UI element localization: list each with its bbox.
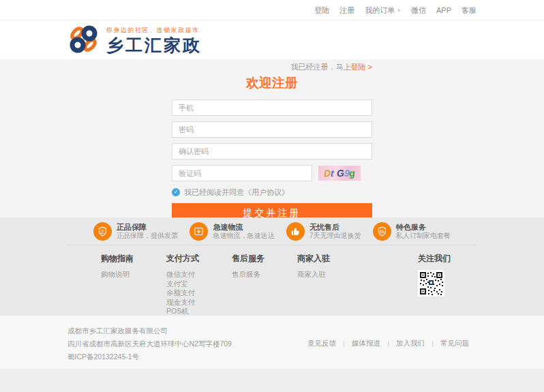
footer-col-shopping-guide: 购物指南 购物说明 [101, 253, 166, 316]
topbar-link-service[interactable]: 客服 [462, 5, 477, 16]
topbar-link-register[interactable]: 注册 [339, 5, 354, 16]
feature-aftersale: 无忧售后 7天无理由退换货 [286, 222, 361, 241]
footer-col-aftersale: 售后服务 售后服务 [232, 253, 297, 316]
bottom-strip [0, 369, 544, 392]
feature-logistics: 急速物流 急速物流，急速送达 [190, 222, 274, 241]
feature-subtitle: 正品保障，提供发票 [117, 232, 178, 240]
topbar-link-login[interactable]: 登陆 [314, 5, 329, 16]
footer-link[interactable]: 余额支付 [166, 288, 232, 298]
login-prompt-text: 我已经注册，马上 [291, 63, 351, 71]
captcha-char: g [349, 168, 356, 179]
captcha-image[interactable]: D t G 9 g [318, 166, 361, 181]
login-link[interactable]: 登陆 [351, 63, 366, 71]
already-registered-line: 我已经注册，马上登陆 > [172, 59, 372, 70]
feature-title: 正品保障 [117, 223, 178, 232]
topbar-link-app[interactable]: APP [436, 6, 451, 14]
footer-col-title: 购物指南 [101, 253, 166, 265]
footer-area: 正 正品保障 正品保障，提供发票 急速物流 急速物流，急速送达 [0, 217, 544, 316]
topbar-link-label: 微信 [411, 5, 426, 16]
bottom-link-join-us[interactable]: 加入我们 [389, 339, 432, 348]
topbar-link-label: 我的订单 [365, 5, 395, 16]
footer-col-follow-us: 关注我们 [418, 253, 460, 316]
footer-col-title: 商家入驻 [297, 253, 363, 265]
feature-title: 无忧售后 [309, 223, 361, 232]
site-logo[interactable]: 你身边的社区、连锁家政超市 乡工汇家政 [67, 20, 477, 55]
register-section: 我已经注册，马上登陆 > 欢迎注册 D t G 9 g ✓ 我已经阅读并同意《用… [0, 59, 544, 217]
company-footer: 成都市乡工汇家政服务有限公司 四川省成都市高新区天府大道环球中心N2写字楼709… [0, 316, 544, 369]
bottom-link-media[interactable]: 媒体报道 [344, 339, 388, 348]
chevron-down-icon: ∨ [397, 7, 401, 12]
topbar-link-label: APP [436, 6, 451, 14]
bottom-link-feedback[interactable]: 意见反馈 [300, 339, 344, 348]
captcha-char: t [330, 168, 334, 178]
company-address: 四川省成都市高新区天府大道环球中心N2写字楼709 [67, 337, 232, 350]
bottom-links-row: 意见反馈 媒体报道 加入我们 常见问题 [300, 339, 477, 348]
page-title: 欢迎注册 [172, 74, 372, 92]
footer-link[interactable]: 商家入驻 [297, 270, 363, 280]
site-header: 你身边的社区、连锁家政超市 乡工汇家政 [0, 20, 544, 59]
svg-text:正: 正 [100, 228, 105, 233]
qr-code [418, 270, 444, 297]
service-features-row: 正 正品保障 正品保障，提供发票 急速物流 急速物流，急速送达 [67, 217, 477, 245]
logo-tagline: 你身边的社区、连锁家政超市 [106, 26, 202, 35]
feature-title: 急速物流 [213, 223, 274, 232]
confirm-password-input[interactable] [172, 143, 372, 160]
agree-terms-checkbox[interactable]: ✓ 我已经阅读并同意《用户协议》 [172, 187, 372, 197]
pinwheel-logo-icon [67, 25, 100, 55]
arrow-right-icon: > [368, 63, 372, 71]
footer-col-title: 关注我们 [418, 253, 460, 265]
topbar-link-label: 注册 [339, 5, 354, 16]
footer-link[interactable]: 购物说明 [101, 270, 166, 280]
footer-link[interactable]: POS机 [166, 307, 232, 316]
feature-subtitle: 急速物流，急速送达 [213, 232, 274, 240]
footer-link[interactable]: 支付宝 [166, 280, 232, 289]
footer-col-title: 售后服务 [232, 253, 297, 265]
footer-col-title: 支付方式 [166, 253, 232, 265]
feature-title: 特色服务 [396, 223, 451, 232]
company-name: 成都市乡工汇家政服务有限公司 [67, 325, 232, 337]
shield-genuine-icon: 正 [93, 222, 112, 241]
feature-subtitle: 私人订制家电套餐 [396, 232, 451, 240]
footer-col-payment: 支付方式 微信支付 支付宝 余额支付 现金支付 POS机 [166, 253, 232, 316]
agree-terms-label: 我已经阅读并同意《用户协议》 [184, 187, 289, 198]
footer-link[interactable]: 微信支付 [166, 270, 232, 280]
footer-link[interactable]: 售后服务 [232, 270, 297, 280]
topbar-link-wechat[interactable]: 微信 [411, 5, 426, 16]
shield-special-icon: 特 [373, 222, 391, 241]
checked-circle-icon: ✓ [172, 188, 180, 196]
delivery-lightning-icon [190, 222, 208, 241]
top-utility-bar: 登陆 注册 我的订单 ∨ 微信 APP 客服 [0, 0, 544, 20]
topbar-link-my-orders[interactable]: 我的订单 ∨ [365, 5, 401, 16]
company-info: 成都市乡工汇家政服务有限公司 四川省成都市高新区天府大道环球中心N2写字楼709… [67, 316, 232, 369]
topbar-link-label: 登陆 [314, 5, 329, 16]
password-input[interactable] [172, 121, 372, 138]
footer-link[interactable]: 现金支付 [166, 298, 232, 307]
footer-link-columns: 购物指南 购物说明 支付方式 微信支付 支付宝 余额支付 现金支付 POS机 售… [67, 245, 477, 316]
captcha-input[interactable] [172, 165, 312, 181]
footer-col-merchant: 商家入驻 商家入驻 [297, 253, 363, 316]
topbar-link-label: 客服 [462, 5, 477, 16]
phone-input[interactable] [172, 100, 372, 116]
icp-number: 蜀ICP备20132245-1号 [67, 350, 232, 363]
svg-text:特: 特 [380, 228, 384, 234]
bottom-link-faq[interactable]: 常见问题 [433, 339, 477, 348]
feature-genuine: 正 正品保障 正品保障，提供发票 [93, 222, 178, 241]
brand-name: 乡工汇家政 [106, 36, 202, 54]
feature-special: 特 特色服务 私人订制家电套餐 [373, 222, 451, 241]
feature-subtitle: 7天无理由退换货 [309, 232, 361, 240]
thumbs-up-icon [286, 222, 305, 241]
